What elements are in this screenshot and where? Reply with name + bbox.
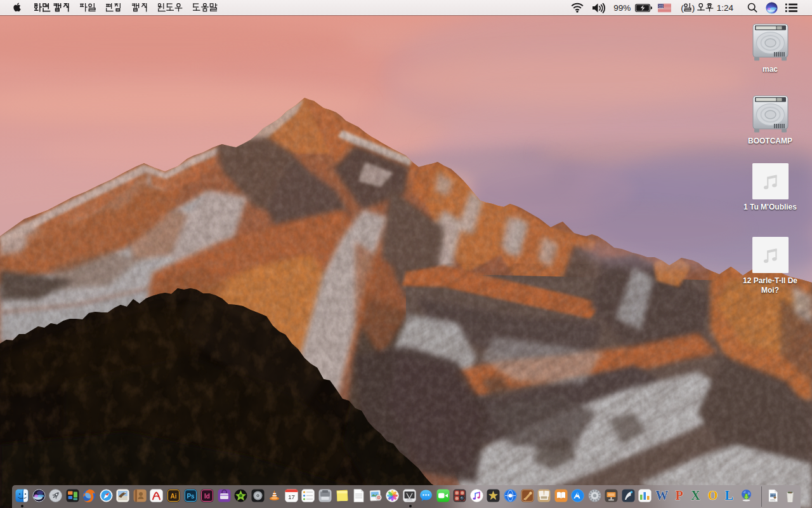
svg-text:RTFD: RTFD bbox=[771, 499, 776, 502]
svg-text:L: L bbox=[725, 489, 733, 502]
svg-text:Ai: Ai bbox=[171, 493, 177, 500]
svg-text:O: O bbox=[707, 489, 717, 502]
svg-text:Ps: Ps bbox=[187, 493, 195, 500]
svg-text:W: W bbox=[655, 489, 668, 502]
svg-text:17: 17 bbox=[288, 493, 295, 500]
svg-text:Id: Id bbox=[204, 493, 210, 500]
svg-text:P: P bbox=[675, 489, 683, 502]
svg-text:X: X bbox=[691, 489, 700, 502]
